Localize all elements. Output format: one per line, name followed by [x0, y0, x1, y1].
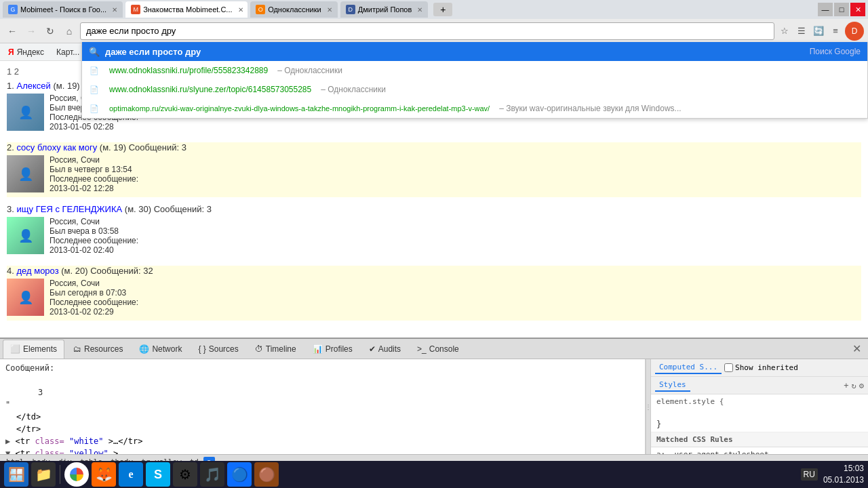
- html-line-6: </tr>: [5, 423, 639, 435]
- contact-2-name-link[interactable]: сосу блоху как могу: [16, 142, 97, 152]
- yandex-logo: Я: [8, 47, 14, 57]
- styles-tab-computed[interactable]: Computed S...: [655, 361, 722, 374]
- styles-main-tab[interactable]: Styles: [655, 379, 690, 392]
- html-line-2: [5, 374, 639, 386]
- matched-css-rules-header: Matched CSS Rules: [651, 432, 868, 447]
- autocomplete-source-3: – Звуки wav-оригинальные звуки для Windo…: [499, 104, 681, 113]
- avatar-placeholder-4: 👤: [7, 279, 44, 316]
- autocomplete-source-2: – Одноклассники: [321, 85, 386, 94]
- timeline-icon: ⏱: [255, 344, 263, 354]
- taskbar-firefox[interactable]: 🦊: [92, 462, 116, 487]
- devtools-tab-sources[interactable]: { } Sources: [191, 340, 245, 359]
- devtools-tab-profiles[interactable]: 📊 Profiles: [305, 340, 360, 359]
- profiles-icon: 📊: [313, 344, 323, 354]
- tab-2-close[interactable]: ✕: [238, 6, 243, 14]
- autocomplete-item-page3[interactable]: 📄 optimakomp.ru/zvuki-wav-originalnye-zv…: [82, 99, 867, 118]
- caret-icon-7: ▶: [5, 436, 10, 446]
- refresh-button[interactable]: ↻: [42, 23, 58, 39]
- taskbar-skype[interactable]: S: [146, 462, 170, 487]
- contact-3-gender-age: (м. 30): [125, 204, 151, 214]
- taskbar-app-6[interactable]: ⚙: [173, 462, 197, 487]
- close-button[interactable]: ✕: [850, 3, 865, 16]
- show-inherited-text: Show inherited: [735, 363, 798, 372]
- show-inherited-checkbox[interactable]: [724, 363, 733, 372]
- os-taskbar: 🪟 📁 🦊 e S ⚙ 🎵 🔵 🟤 RU 15:03 05.01.2013: [0, 461, 868, 488]
- autocomplete-dropdown: 🔍 даже если просто дру Поиск Google 📄 ww…: [81, 42, 868, 119]
- taskbar-ie[interactable]: e: [119, 462, 143, 487]
- styles-closing-brace: }: [656, 420, 863, 429]
- tab-1-close[interactable]: ✕: [112, 6, 117, 14]
- devtools-tab-elements-label: Elements: [23, 344, 57, 354]
- taskbar-file-manager[interactable]: 📁: [31, 462, 56, 487]
- contact-4-name-link[interactable]: дед мороз: [16, 266, 58, 276]
- devtools-tab-profiles-label: Profiles: [326, 344, 353, 354]
- devtools-tab-console[interactable]: >_ Console: [410, 340, 467, 359]
- bookmark-maps[interactable]: Карт...: [52, 46, 83, 58]
- settings-style-icon[interactable]: ⚙: [859, 381, 864, 390]
- tab-2[interactable]: M Знакомства Mobimeet.С... ✕: [125, 1, 248, 18]
- html-line-7[interactable]: ▶ <tr class= "white" >…</tr>: [5, 435, 639, 447]
- bookmarks-star-icon[interactable]: ☆: [777, 24, 792, 39]
- taskbar-app-9[interactable]: 🟤: [254, 462, 279, 487]
- devtools-panel-sizer[interactable]: ⋮: [646, 359, 651, 454]
- add-style-icon[interactable]: +: [844, 381, 848, 390]
- contact-1-name-link[interactable]: Алексей: [16, 81, 50, 91]
- forward-button[interactable]: →: [23, 23, 39, 39]
- tab-4[interactable]: D Дмитрий Попов ✕: [340, 1, 429, 18]
- devtools-close-button[interactable]: ✕: [848, 342, 865, 355]
- html-line-8[interactable]: ▼ <tr class= "yellow" >: [5, 447, 639, 454]
- navigation-bar: ← → ↻ ⌂ ☆ ☰ 🔄 ≡ D: [0, 19, 868, 43]
- autocomplete-item-page1[interactable]: 📄 www.odnoklassniki.ru/profile/555823342…: [82, 61, 867, 80]
- contact-4-location: Россия, Сочи: [50, 279, 861, 288]
- tab-1[interactable]: G Mobimeet - Поиск в Гоо... ✕: [3, 1, 123, 18]
- refresh-style-icon[interactable]: ↻: [852, 381, 856, 390]
- styles-rule-header-element: element.style {: [656, 397, 863, 406]
- taskbar-app-7[interactable]: 🎵: [200, 462, 224, 487]
- taskbar-start[interactable]: 🪟: [4, 462, 28, 487]
- styles-tab-bar: Styles + ↻ ⚙: [651, 377, 868, 394]
- contact-3-avatar: 👤: [7, 217, 44, 254]
- new-tab-button[interactable]: +: [433, 3, 452, 16]
- contact-3-name-link[interactable]: ищу ГЕЯ с ГЕЛЕНДЖИКА: [16, 204, 122, 214]
- taskbar-chrome[interactable]: [64, 462, 89, 487]
- contact-2-location: Россия, Сочи: [50, 155, 861, 165]
- back-button[interactable]: ←: [4, 23, 20, 39]
- taskbar-lang[interactable]: RU: [801, 468, 818, 481]
- devtools-tab-elements[interactable]: ⬜ Elements: [3, 340, 64, 359]
- contact-4-avatar: 👤: [7, 279, 44, 316]
- autocomplete-item-page2[interactable]: 📄 www.odnoklassniki.ru/slyune.zer/topic/…: [82, 80, 867, 99]
- tab-3-close[interactable]: ✕: [327, 6, 332, 14]
- tab-2-label: Знакомства Mobimeet.С...: [143, 5, 232, 14]
- autocomplete-url-3: optimakomp.ru/zvuki-wav-originalnye-zvuk…: [109, 104, 490, 113]
- contact-3-last-msg-label: Последнее сообщение:: [50, 236, 861, 245]
- devtools-tab-resources[interactable]: 🗂 Resources: [66, 340, 130, 359]
- overflow-icon[interactable]: ≡: [828, 24, 843, 39]
- sync-icon[interactable]: 🔄: [811, 24, 826, 39]
- autocomplete-item-search[interactable]: 🔍 даже если просто дру Поиск Google: [82, 42, 867, 61]
- minimize-button[interactable]: —: [818, 3, 833, 16]
- contact-4-info: Россия, Сочи Был сегодня в 07:03 Последн…: [50, 279, 861, 317]
- page-icon-1: 📄: [89, 65, 100, 76]
- address-bar-input[interactable]: [80, 22, 774, 40]
- home-button[interactable]: ⌂: [61, 23, 77, 39]
- devtools-tab-network[interactable]: 🌐 Network: [132, 340, 189, 359]
- devtools-tab-audits[interactable]: ✔ Audits: [361, 340, 408, 359]
- user-avatar[interactable]: D: [845, 22, 864, 41]
- settings-icon[interactable]: ☰: [794, 24, 809, 39]
- contact-3-location: Россия, Сочи: [50, 217, 861, 226]
- autocomplete-search-source: Поиск Google: [810, 47, 861, 56]
- devtools-html-pane[interactable]: Сообщений: 3 " </td> </tr> ▶ <tr class= …: [0, 359, 646, 454]
- tab-3[interactable]: О Одноклассники ✕: [250, 1, 338, 18]
- devtools-tab-timeline[interactable]: ⏱ Timeline: [248, 340, 304, 359]
- maximize-button[interactable]: □: [834, 3, 849, 16]
- devtools-body: Сообщений: 3 " </td> </tr> ▶ <tr class= …: [0, 359, 868, 454]
- show-inherited-label[interactable]: Show inherited: [724, 363, 798, 372]
- taskbar-app-8[interactable]: 🔵: [227, 462, 252, 487]
- contact-entry-3: 3. ищу ГЕЯ с ГЕЛЕНДЖИКА (м. 30) Сообщени…: [7, 204, 861, 259]
- contact-2-last-seen: Был в четверг в 13:54: [50, 165, 861, 174]
- tab-4-close[interactable]: ✕: [417, 6, 422, 14]
- contact-3-last-msg-date: 2013-01-02 02:40: [50, 245, 861, 255]
- bookmark-yandex[interactable]: Я Яндекс: [4, 46, 48, 58]
- contact-1-gender-age: (м. 19): [53, 81, 79, 91]
- contact-3-row: 👤 Россия, Сочи Был вчера в 03:58 Последн…: [7, 217, 861, 255]
